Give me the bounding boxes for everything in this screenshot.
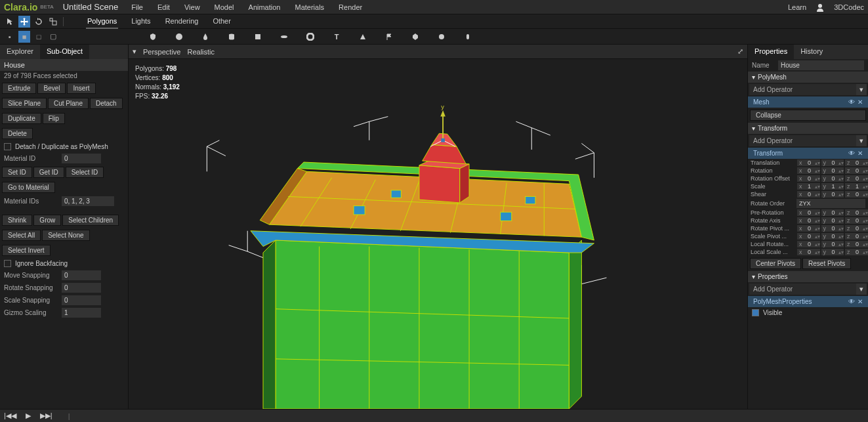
- xyz-input-z[interactable]: z0▴▾: [845, 209, 868, 216]
- menu-materials[interactable]: Materials: [295, 3, 324, 11]
- btn-select-id[interactable]: Select ID: [66, 167, 104, 178]
- menu-file[interactable]: File: [131, 3, 143, 11]
- component-vertex[interactable]: ▪: [4, 31, 16, 43]
- menu-view[interactable]: View: [184, 3, 200, 11]
- select-rotate-order[interactable]: ZYX: [796, 199, 865, 208]
- xyz-input-z[interactable]: z0▴▾: [845, 217, 868, 224]
- xyz-input-y[interactable]: y0▴▾: [821, 241, 844, 247]
- xyz-input-x[interactable]: x0▴▾: [797, 241, 820, 247]
- close-icon[interactable]: ✕: [858, 298, 863, 305]
- btn-delete[interactable]: Delete: [2, 128, 33, 139]
- btn-bevel[interactable]: Bevel: [37, 83, 66, 94]
- xyz-input-z[interactable]: z0▴▾: [845, 233, 868, 240]
- tool-rotate[interactable]: [33, 16, 45, 28]
- add-operator-btn[interactable]: ▾: [856, 84, 867, 95]
- render-canvas[interactable]: y: [129, 59, 747, 409]
- xyz-input-y[interactable]: y0▴▾: [821, 209, 844, 216]
- prim-text-icon[interactable]: T: [331, 31, 342, 43]
- menu-render[interactable]: Render: [339, 3, 362, 11]
- xyz-input-x[interactable]: x0▴▾: [797, 233, 820, 240]
- eye-icon[interactable]: 👁: [848, 150, 855, 157]
- input-move-snap[interactable]: 0: [62, 270, 101, 280]
- tool-move[interactable]: [18, 16, 30, 28]
- btn-center-pivots[interactable]: Center Pivots: [750, 258, 801, 269]
- xyz-input-z[interactable]: z0▴▾: [845, 175, 868, 182]
- add-operator-btn-3[interactable]: ▾: [856, 284, 867, 295]
- fullscreen-icon[interactable]: ⤢: [737, 47, 743, 56]
- scene-title[interactable]: Untitled Scene: [63, 2, 119, 12]
- xyz-input-y[interactable]: y0▴▾: [821, 233, 844, 240]
- xyz-input-x[interactable]: x0▴▾: [797, 209, 820, 216]
- chk-detach-polymesh[interactable]: [4, 143, 11, 150]
- xyz-input-y[interactable]: y0▴▾: [821, 249, 844, 255]
- btn-select-none[interactable]: Select None: [42, 230, 89, 241]
- section-transform[interactable]: ▾ Transform: [748, 123, 868, 134]
- xyz-input-x[interactable]: x0▴▾: [797, 249, 820, 255]
- btn-cut-plane[interactable]: Cut Plane: [48, 98, 89, 109]
- xyz-input-x[interactable]: x0▴▾: [797, 191, 820, 198]
- btn-slice-plane[interactable]: Slice Plane: [2, 98, 47, 109]
- prim-capsule-icon[interactable]: [462, 31, 474, 43]
- xyz-input-x[interactable]: x0▴▾: [797, 175, 820, 182]
- btn-insert[interactable]: Insert: [67, 83, 95, 94]
- section-polymesh[interactable]: ▾ PolyMesh: [748, 72, 868, 83]
- prim-cylinder-icon[interactable]: [226, 31, 238, 43]
- xyz-input-z[interactable]: z0▴▾: [845, 249, 868, 255]
- app-logo[interactable]: Clara.io: [4, 2, 37, 12]
- btn-play[interactable]: ▶: [26, 411, 31, 420]
- xyz-input-x[interactable]: x0▴▾: [797, 159, 820, 166]
- xyz-input-y[interactable]: y0▴▾: [821, 191, 844, 198]
- btn-reset-pivots[interactable]: Reset Pivots: [802, 258, 851, 269]
- eye-icon[interactable]: 👁: [848, 98, 855, 106]
- xyz-input-z[interactable]: z0▴▾: [845, 241, 868, 247]
- prim-sphere-icon[interactable]: [173, 31, 185, 43]
- input-rotate-snap[interactable]: 0: [62, 283, 101, 293]
- username[interactable]: 3DCodec: [834, 3, 864, 11]
- tab-history[interactable]: History: [794, 45, 829, 59]
- add-operator-polymesh[interactable]: Add Operator: [749, 84, 856, 95]
- chk-ignore-backfacing[interactable]: [4, 260, 11, 267]
- btn-select-invert[interactable]: Select Invert: [2, 245, 51, 256]
- section-properties[interactable]: ▾ Properties: [748, 271, 868, 282]
- btn-skip-fwd[interactable]: ▶▶|: [40, 411, 52, 420]
- xyz-input-y[interactable]: y1▴▾: [821, 183, 844, 190]
- xyz-input-z[interactable]: z1▴▾: [845, 183, 868, 190]
- input-scale-snap[interactable]: 0: [62, 295, 101, 305]
- tab-polygons[interactable]: Polygons: [86, 14, 118, 29]
- xyz-input-z[interactable]: z0▴▾: [845, 191, 868, 198]
- btn-extrude[interactable]: Extrude: [2, 83, 36, 94]
- viewport-3d[interactable]: ▾ Perspective Realistic ⤢ Polygons: 798 …: [129, 45, 747, 409]
- prim-torus-icon[interactable]: [304, 31, 316, 43]
- btn-goto-material[interactable]: Go to Material: [2, 182, 55, 193]
- input-material-id[interactable]: 0: [62, 154, 101, 163]
- xyz-input-z[interactable]: z0▴▾: [845, 225, 868, 232]
- menu-edit[interactable]: Edit: [157, 3, 170, 11]
- prim-plane-icon[interactable]: [252, 31, 264, 43]
- view-camera-dropdown[interactable]: Perspective: [143, 48, 180, 56]
- xyz-input-y[interactable]: y0▴▾: [821, 217, 844, 224]
- op-transform[interactable]: Transform👁✕: [748, 148, 868, 159]
- menu-animation[interactable]: Animation: [249, 3, 281, 11]
- tab-explorer[interactable]: Explorer: [0, 45, 40, 59]
- timeline-track[interactable]: |: [68, 412, 70, 420]
- tool-scale[interactable]: [47, 16, 59, 28]
- prim-hex-icon[interactable]: [409, 31, 421, 43]
- eye-icon[interactable]: 👁: [848, 298, 855, 305]
- xyz-input-x[interactable]: x0▴▾: [797, 167, 820, 174]
- add-operator-btn-2[interactable]: ▾: [856, 135, 867, 146]
- xyz-input-y[interactable]: y0▴▾: [821, 225, 844, 232]
- btn-set-id[interactable]: Set ID: [2, 167, 32, 178]
- prim-circle-icon[interactable]: [436, 31, 447, 43]
- prim-shield-icon[interactable]: [147, 31, 159, 43]
- prim-flag-icon[interactable]: [383, 31, 395, 43]
- component-edge[interactable]: □: [33, 31, 45, 43]
- op-mesh[interactable]: Mesh👁✕: [748, 96, 868, 108]
- btn-shrink[interactable]: Shrink: [2, 215, 32, 226]
- tab-other[interactable]: Other: [211, 14, 232, 29]
- prim-disc-icon[interactable]: [278, 31, 290, 43]
- prim-drop-icon[interactable]: [199, 31, 211, 43]
- tool-select[interactable]: [4, 16, 16, 28]
- add-operator-transform[interactable]: Add Operator: [749, 135, 856, 146]
- btn-detach[interactable]: Detach: [90, 98, 123, 109]
- component-face[interactable]: ■: [18, 31, 30, 43]
